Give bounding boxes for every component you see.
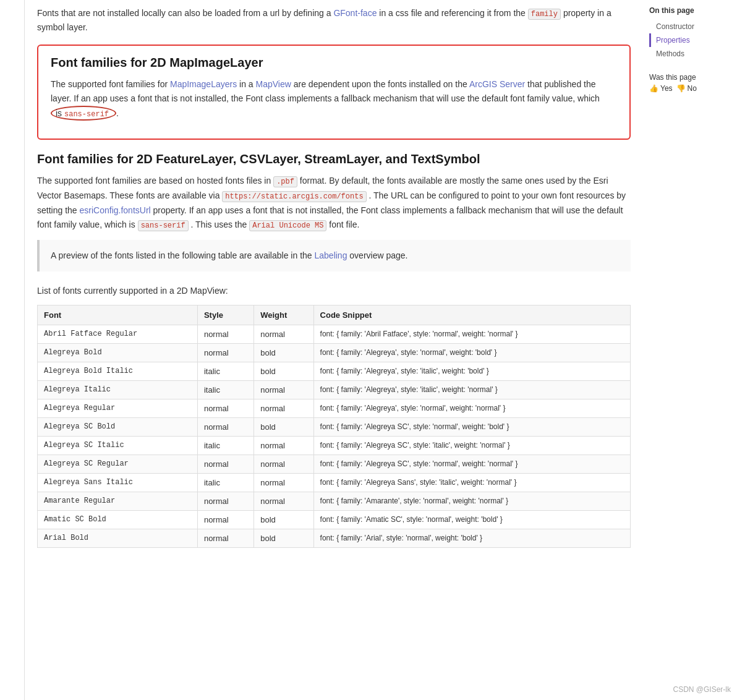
table-cell-weight: normal xyxy=(254,380,313,399)
table-cell-style: italic xyxy=(197,380,253,399)
table-cell-style: normal xyxy=(197,510,253,529)
arcgis-server-link[interactable]: ArcGIS Server xyxy=(469,79,525,89)
table-row: Amarante Regularnormalnormalfont: { fami… xyxy=(38,492,631,510)
feedback-section: Was this page 👍 Yes 👎 No xyxy=(649,73,730,93)
table-row: Abril Fatface Regularnormalnormalfont: {… xyxy=(38,325,631,343)
highlight-box-body: The supported font families for MapImage… xyxy=(51,77,617,121)
table-row: Alegreya SC Italicitalicnormalfont: { fa… xyxy=(38,436,631,455)
thumbs-down-icon: 👎 xyxy=(676,84,686,93)
map-image-layers-link[interactable]: MapImageLayers xyxy=(170,79,237,89)
table-cell-font: Alegreya Sans Italic xyxy=(38,473,198,492)
hb-text-before: The supported font families for xyxy=(51,79,170,89)
sans-serif-code: sans-serif xyxy=(64,110,109,119)
table-cell-style: italic xyxy=(197,436,253,455)
table-cell-font: Alegreya SC Regular xyxy=(38,455,198,473)
feedback-buttons: 👍 Yes 👎 No xyxy=(649,84,730,93)
col-header-weight: Weight xyxy=(254,305,313,325)
note-text-before: A preview of the fonts listed in the fol… xyxy=(51,250,314,260)
table-cell-weight: bold xyxy=(254,417,313,436)
col-header-snippet: Code Snippet xyxy=(313,305,630,325)
main-content: Fonts that are not installed locally can… xyxy=(25,0,643,700)
table-cell-weight: normal xyxy=(254,492,313,510)
table-cell-weight: bold xyxy=(254,362,313,380)
sans-serif-code2: sans-serif xyxy=(138,220,189,231)
table-cell-snippet: font: { family: 'Amatic SC', style: 'nor… xyxy=(313,510,630,529)
pbf-code: .pbf xyxy=(273,176,297,187)
hb-text-mid1: in a xyxy=(239,79,255,89)
table-cell-style: normal xyxy=(197,399,253,417)
section2-heading: Font families for 2D FeatureLayer, CSVLa… xyxy=(37,152,631,166)
table-cell-snippet: font: { family: 'Alegreya', style: 'norm… xyxy=(313,399,630,417)
table-cell-style: normal xyxy=(197,343,253,362)
table-cell-style: normal xyxy=(197,455,253,473)
table-cell-font: Alegreya SC Bold xyxy=(38,417,198,436)
table-cell-font: Amatic SC Bold xyxy=(38,510,198,529)
left-gutter xyxy=(0,0,25,700)
table-cell-snippet: font: { family: 'Alegreya SC', style: 'n… xyxy=(313,417,630,436)
table-cell-style: normal xyxy=(197,325,253,343)
table-cell-font: Arial Bold xyxy=(38,529,198,547)
toc-list: ConstructorPropertiesMethods xyxy=(649,20,730,61)
table-row: Alegreya Boldnormalboldfont: { family: '… xyxy=(38,343,631,362)
hb-text-mid2: are dependent upon the fonts installed o… xyxy=(294,79,469,89)
table-cell-snippet: font: { family: 'Alegreya', style: 'norm… xyxy=(313,343,630,362)
table-cell-style: normal xyxy=(197,417,253,436)
table-cell-snippet: font: { family: 'Arial', style: 'normal'… xyxy=(313,529,630,547)
intro-paragraph: Fonts that are not installed locally can… xyxy=(37,0,631,35)
col-header-style: Style xyxy=(197,305,253,325)
table-cell-snippet: font: { family: 'Alegreya SC', style: 'i… xyxy=(313,436,630,455)
gfont-face-link[interactable]: GFont-face xyxy=(333,8,377,18)
table-cell-font: Alegreya SC Italic xyxy=(38,436,198,455)
esriconfig-fontsurl-link[interactable]: esriConfig.fontsUrl xyxy=(80,205,151,215)
toc-item[interactable]: Properties xyxy=(649,33,730,47)
table-cell-weight: normal xyxy=(254,473,313,492)
table-cell-style: normal xyxy=(197,529,253,547)
csdn-watermark: CSDN @GISer-lk xyxy=(673,685,731,694)
labeling-link[interactable]: Labeling xyxy=(314,250,347,260)
table-cell-weight: bold xyxy=(254,529,313,547)
map-view-link[interactable]: MapView xyxy=(256,79,291,89)
section2-body: The supported font families are based on… xyxy=(37,174,631,233)
note-text-after: overview page. xyxy=(349,250,407,260)
toc-item[interactable]: Constructor xyxy=(649,20,730,33)
table-cell-snippet: font: { family: 'Abril Fatface', style: … xyxy=(313,325,630,343)
table-cell-weight: bold xyxy=(254,510,313,529)
table-cell-font: Alegreya Bold Italic xyxy=(38,362,198,380)
table-cell-snippet: font: { family: 'Alegreya', style: 'ital… xyxy=(313,362,630,380)
table-cell-weight: normal xyxy=(254,325,313,343)
family-code: family xyxy=(528,9,561,20)
table-row: Alegreya Italicitalicnormalfont: { famil… xyxy=(38,380,631,399)
oval-underline-text: is sans-serif xyxy=(51,106,116,121)
table-cell-weight: normal xyxy=(254,436,313,455)
table-row: Amatic SC Boldnormalboldfont: { family: … xyxy=(38,510,631,529)
toc-item[interactable]: Methods xyxy=(649,47,730,61)
url-code: https://static.arcgis.com/fonts xyxy=(222,191,366,202)
table-cell-style: italic xyxy=(197,473,253,492)
on-this-page-title: On this page xyxy=(649,6,730,15)
font-table-body: Abril Fatface Regularnormalnormalfont: {… xyxy=(38,325,631,547)
table-cell-snippet: font: { family: 'Alegreya SC', style: 'n… xyxy=(313,455,630,473)
table-cell-font: Alegreya Regular xyxy=(38,399,198,417)
hb-text-end: . xyxy=(116,108,119,118)
highlight-box-heading: Font families for 2D MapImageLayer xyxy=(51,56,617,70)
right-sidebar: On this page ConstructorPropertiesMethod… xyxy=(643,0,736,700)
yes-button[interactable]: 👍 Yes xyxy=(649,84,673,93)
table-row: Alegreya SC Regularnormalnormalfont: { f… xyxy=(38,455,631,473)
note-box: A preview of the fonts listed in the fol… xyxy=(37,240,631,271)
arial-unicode-code: Arial Unicode MS xyxy=(249,220,326,231)
yes-label: Yes xyxy=(660,84,673,93)
table-header-row: Font Style Weight Code Snippet xyxy=(38,305,631,325)
intro-text-before: Fonts that are not installed locally can… xyxy=(37,8,333,18)
thumbs-up-icon: 👍 xyxy=(649,84,658,93)
list-intro-text: List of fonts currently supported in a 2… xyxy=(37,284,631,297)
font-table: Font Style Weight Code Snippet Abril Fat… xyxy=(37,305,631,548)
table-cell-weight: bold xyxy=(254,343,313,362)
table-cell-weight: normal xyxy=(254,455,313,473)
was-this-page-label: Was this page xyxy=(649,73,730,82)
table-cell-font: Amarante Regular xyxy=(38,492,198,510)
no-button[interactable]: 👎 No xyxy=(676,84,697,93)
table-row: Arial Boldnormalboldfont: { family: 'Ari… xyxy=(38,529,631,547)
col-header-font: Font xyxy=(38,305,198,325)
table-row: Alegreya Sans Italicitalicnormalfont: { … xyxy=(38,473,631,492)
table-cell-weight: normal xyxy=(254,399,313,417)
